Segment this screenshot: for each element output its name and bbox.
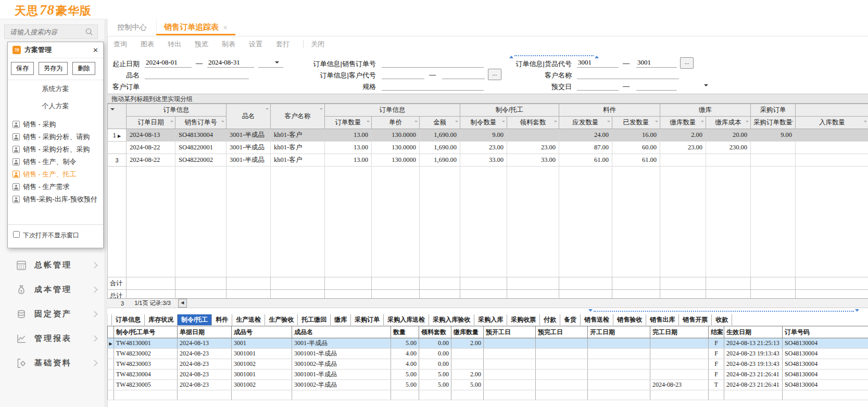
cell[interactable]: 5.00 [451, 380, 484, 390]
cell[interactable]: 0.00 [419, 338, 451, 349]
row-indicator[interactable] [108, 349, 114, 359]
cell[interactable]: 87.00 [559, 142, 612, 154]
cell[interactable]: 61.00 [612, 154, 660, 167]
detail-tab[interactable]: 采购订单 [351, 314, 384, 325]
item-code-to-input[interactable] [636, 58, 677, 68]
cell[interactable]: kh01-客户 [271, 142, 325, 154]
detail-tab[interactable]: 库存状况 [145, 314, 178, 325]
cell[interactable]: 5.00 [419, 380, 451, 390]
tab-sales-order-tracking[interactable]: 销售订单追踪表✕ [156, 19, 235, 35]
filter-arrow-icon[interactable] [367, 121, 370, 124]
corner-arrow-icon[interactable] [110, 108, 115, 112]
column-header-material-sets[interactable]: 领料套数 [507, 117, 559, 129]
cell[interactable]: SO48220001 [175, 142, 227, 154]
section-system-plans[interactable]: 系统方案 [8, 80, 103, 97]
cell[interactable] [751, 142, 796, 154]
sidebar-item-fixed-assets[interactable]: 固定资产 [0, 302, 104, 326]
cell[interactable]: 13.00 [325, 129, 372, 142]
table-row[interactable]: TW481300012024-08-1330013001-半成品5.000.00… [108, 338, 868, 349]
cell[interactable] [650, 359, 709, 370]
horizontal-splitter[interactable] [107, 308, 868, 314]
table-row[interactable]: 2024-08-22SO482200013001-半成品kh01-客户13.00… [108, 142, 868, 154]
group-by-bar[interactable]: 拖动某列标题到这里实现分组 [107, 94, 868, 104]
row-indicator[interactable]: 1 [108, 129, 127, 142]
detail-col-product-no[interactable]: 成品号 [232, 326, 292, 338]
table-row[interactable]: TW482300052024-08-2330010023001002-半成品5.… [108, 380, 868, 390]
column-header-stockin-qty[interactable]: 缴库数量 [660, 117, 706, 129]
cell[interactable]: SO48130004 [783, 380, 868, 390]
column-header-issued-qty[interactable]: 已发数量 [612, 117, 660, 129]
cell[interactable]: 33.00 [460, 154, 507, 167]
cell[interactable] [484, 359, 536, 370]
grid-corner-cell[interactable] [108, 104, 127, 129]
cell[interactable]: F [709, 370, 724, 380]
column-header-stockin-cost[interactable]: 缴库成本 [706, 117, 751, 129]
row-indicator[interactable] [108, 370, 114, 380]
column-header-so-number[interactable]: 销售订单号 [175, 117, 227, 129]
cell[interactable] [536, 349, 588, 359]
detail-tab[interactable]: 付款 [540, 314, 560, 325]
cell[interactable]: 3001-半成品 [227, 142, 271, 154]
group-header-order-info[interactable]: 订单信息 [127, 104, 227, 117]
cell[interactable]: 230.00 [706, 142, 751, 154]
spec-input[interactable] [382, 81, 484, 91]
cell[interactable]: 130.0000 [372, 142, 420, 154]
sidebar-item-cost[interactable]: $ 成本管理 [0, 277, 104, 302]
toolbar-export[interactable]: 转出 [168, 40, 181, 49]
detail-tab[interactable]: 料件 [212, 314, 232, 325]
cell[interactable] [650, 338, 709, 349]
cell[interactable] [484, 349, 536, 359]
cell[interactable] [536, 338, 588, 349]
cell[interactable]: SO48130004 [783, 359, 868, 370]
row-indicator[interactable] [108, 142, 127, 154]
slider-track[interactable] [594, 311, 854, 312]
row-indicator[interactable] [108, 380, 114, 390]
slider-down-icon[interactable] [855, 309, 859, 314]
save-button[interactable]: 保存 [11, 62, 34, 75]
filter-arrow-icon[interactable] [170, 121, 173, 124]
cell[interactable]: 2024-08-13 [127, 129, 175, 142]
detail-tab[interactable]: 销售出库 [646, 314, 679, 325]
cell[interactable] [536, 370, 588, 380]
cell[interactable] [650, 370, 709, 380]
filter-arrow-icon[interactable] [502, 121, 505, 124]
cell[interactable]: 5.00 [391, 338, 419, 349]
plan-item[interactable]: 销售 - 生产、托工 [8, 168, 103, 181]
cell[interactable]: 5.00 [419, 370, 451, 380]
cell[interactable]: F [709, 359, 724, 370]
toolbar-query[interactable]: 查询 [114, 40, 127, 49]
sidebar-search[interactable] [4, 24, 98, 39]
cell[interactable]: 3001002-半成品 [292, 359, 391, 370]
filter-arrow-icon[interactable] [655, 121, 658, 124]
cell[interactable] [484, 370, 536, 380]
detail-col-effective-date[interactable]: 生效日期 [724, 326, 783, 338]
customer-code-from-input[interactable] [382, 69, 424, 79]
detail-tab[interactable]: 采购收票 [507, 314, 540, 325]
detail-tab[interactable]: 缴库 [331, 314, 351, 325]
detail-tab[interactable]: 生产验收 [265, 314, 298, 325]
column-header-product[interactable]: 品名 [227, 104, 271, 129]
detail-tab[interactable]: 订单信息 [111, 314, 145, 325]
cell[interactable] [588, 338, 650, 349]
cell[interactable]: F [709, 349, 724, 359]
date-to-input[interactable] [207, 58, 254, 68]
tab-control-center[interactable]: 控制中心 [107, 19, 157, 35]
cell[interactable]: 4.00 [391, 359, 419, 370]
column-header-po-qty[interactable]: 采购订单数量 [751, 117, 796, 129]
cell[interactable]: 2.00 [660, 129, 706, 142]
cell[interactable]: 33.00 [507, 154, 559, 167]
row-indicator[interactable] [108, 359, 114, 370]
cell[interactable]: 3001002-半成品 [292, 380, 391, 390]
cell[interactable]: 2024-08-23 [178, 370, 232, 380]
cell[interactable]: 2024-08-22 [127, 142, 175, 154]
cell[interactable]: 3001-半成品 [227, 154, 271, 167]
cell[interactable] [588, 370, 650, 380]
detail-col-closed[interactable]: 结案 [709, 326, 724, 338]
cell[interactable]: 0.00 [419, 349, 451, 359]
column-header-unit-price[interactable]: 单价 [372, 117, 420, 129]
row-indicator[interactable] [108, 338, 114, 349]
product-name-input[interactable] [145, 69, 249, 79]
detail-col-doc-date[interactable]: 单据日期 [178, 326, 232, 338]
cell[interactable]: TW48230004 [114, 370, 178, 380]
group-header-make-order[interactable]: 制令/托工 [460, 104, 559, 117]
